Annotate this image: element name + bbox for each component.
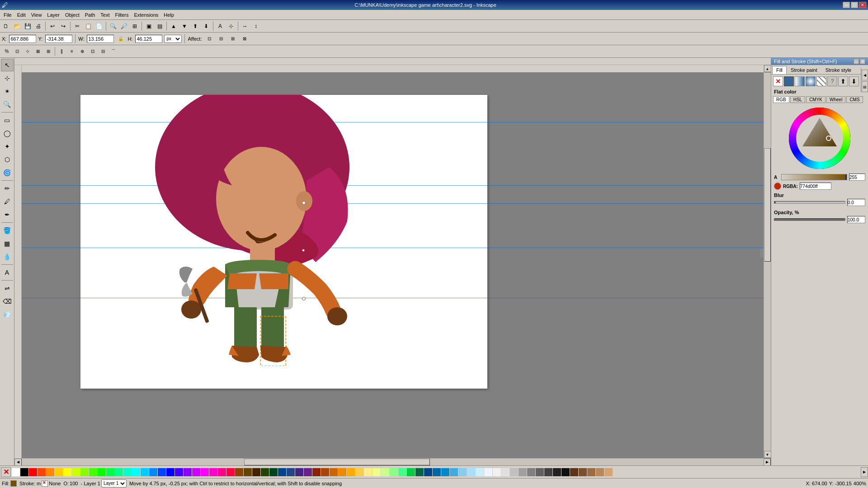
panel-close-btn[interactable]: ✕ bbox=[860, 59, 865, 64]
text-tool-tb[interactable]: A bbox=[215, 21, 225, 31]
palette-swatch[interactable] bbox=[201, 468, 209, 476]
palette-swatch[interactable] bbox=[304, 468, 312, 476]
palette-swatch[interactable] bbox=[527, 468, 535, 476]
palette-swatch[interactable] bbox=[561, 468, 570, 476]
menu-filters[interactable]: Filters bbox=[113, 11, 132, 19]
snap-node-button[interactable]: ⊹ bbox=[23, 47, 33, 56]
close-button[interactable]: ✕ bbox=[859, 2, 866, 8]
zoom-tool[interactable]: 🔍 bbox=[1, 98, 14, 111]
flip-v-button[interactable]: ↕ bbox=[251, 21, 261, 31]
palette-swatch[interactable] bbox=[89, 468, 97, 476]
x-input[interactable] bbox=[9, 35, 36, 43]
palette-swatch[interactable] bbox=[295, 468, 303, 476]
palette-swatch[interactable] bbox=[510, 468, 518, 476]
palette-swatch[interactable] bbox=[381, 468, 389, 476]
alpha-value-input[interactable] bbox=[849, 174, 865, 181]
palette-swatch[interactable] bbox=[184, 468, 192, 476]
palette-swatch[interactable] bbox=[63, 468, 71, 476]
palette-swatch[interactable] bbox=[38, 468, 46, 476]
zoom-fit-button[interactable]: ⊞ bbox=[130, 21, 140, 31]
palette-swatch[interactable] bbox=[373, 468, 381, 476]
gradient-tool[interactable]: ▦ bbox=[1, 237, 14, 250]
menu-text[interactable]: Text bbox=[98, 11, 112, 19]
copy-button[interactable]: 📋 bbox=[83, 21, 93, 31]
menu-path[interactable]: Path bbox=[82, 11, 98, 19]
no-color-swatch[interactable]: ✕ bbox=[1, 467, 11, 477]
palette-swatch[interactable] bbox=[338, 468, 346, 476]
node-tool-tb[interactable]: ⊹ bbox=[226, 21, 236, 31]
panel-minimize-btn[interactable]: — bbox=[854, 59, 859, 64]
snap-distribute-button[interactable]: ≡ bbox=[67, 47, 77, 56]
palette-swatch[interactable] bbox=[226, 468, 235, 476]
paint-server-button[interactable]: ⬆ bbox=[838, 76, 848, 86]
palette-swatch[interactable] bbox=[398, 468, 406, 476]
affect-geo-button[interactable]: ⊡ bbox=[204, 34, 214, 44]
palette-swatch[interactable] bbox=[115, 468, 123, 476]
swatch-button[interactable]: ? bbox=[827, 76, 837, 86]
undo-button[interactable]: ↩ bbox=[47, 21, 57, 31]
star-tool[interactable]: ✦ bbox=[1, 140, 14, 153]
unit-select[interactable]: px mm cm in bbox=[164, 35, 182, 43]
palette-swatch[interactable] bbox=[252, 468, 260, 476]
palette-swatch[interactable] bbox=[544, 468, 552, 476]
affect-filter-button[interactable]: ⊞ bbox=[228, 34, 238, 44]
affect-stroke-button[interactable]: ⊟ bbox=[216, 34, 226, 44]
palette-swatch[interactable] bbox=[476, 468, 484, 476]
palette-swatch[interactable] bbox=[415, 468, 424, 476]
palette-swatch[interactable] bbox=[458, 468, 467, 476]
palette-swatch[interactable] bbox=[484, 468, 492, 476]
spiral-tool[interactable]: 🌀 bbox=[1, 166, 14, 179]
palette-swatch[interactable] bbox=[501, 468, 509, 476]
select-tool[interactable]: ↖ bbox=[1, 59, 14, 71]
snap-enable-button[interactable]: % bbox=[2, 47, 12, 56]
palette-swatch[interactable] bbox=[12, 468, 20, 476]
vertical-scrollbar[interactable]: ▲ ▼ bbox=[764, 65, 771, 458]
blur-slider[interactable] bbox=[774, 201, 845, 204]
palette-swatch[interactable] bbox=[278, 468, 286, 476]
layer-select[interactable]: Layer 1 bbox=[101, 479, 127, 488]
lower-bottom-button[interactable]: ⬇ bbox=[201, 21, 211, 31]
palette-swatch[interactable] bbox=[519, 468, 527, 476]
menu-help[interactable]: Help bbox=[161, 11, 177, 19]
tab-hsl[interactable]: HSL bbox=[790, 96, 805, 103]
palette-swatch[interactable] bbox=[604, 468, 613, 476]
palette-swatch[interactable] bbox=[261, 468, 269, 476]
redo-button[interactable]: ↪ bbox=[58, 21, 68, 31]
print-button[interactable]: 🖨 bbox=[33, 21, 43, 31]
palette-swatch[interactable] bbox=[269, 468, 278, 476]
dropper-tool[interactable]: 💧 bbox=[1, 250, 14, 263]
palette-swatch[interactable] bbox=[347, 468, 355, 476]
palette-swatch[interactable] bbox=[106, 468, 114, 476]
snap-guide-button[interactable]: ⊠ bbox=[33, 47, 43, 56]
palette-swatch[interactable] bbox=[98, 468, 106, 476]
bucket-tool[interactable]: 🪣 bbox=[1, 224, 14, 237]
snap-smooth-button[interactable]: ⌒ bbox=[108, 47, 118, 56]
palette-swatch[interactable] bbox=[433, 468, 441, 476]
palette-swatch[interactable] bbox=[450, 468, 458, 476]
zoom-in-button[interactable]: 🔍 bbox=[108, 21, 118, 31]
no-paint-button[interactable]: ✕ bbox=[773, 76, 783, 86]
palette-swatch[interactable] bbox=[330, 468, 338, 476]
paste-button[interactable]: 📄 bbox=[94, 21, 104, 31]
lock-ratio-button[interactable]: 🔒 bbox=[116, 34, 126, 44]
snap-grid-button[interactable]: ⊞ bbox=[43, 47, 53, 56]
menu-object[interactable]: Object bbox=[62, 11, 82, 19]
palette-swatch[interactable] bbox=[20, 468, 28, 476]
rgba-value-input[interactable] bbox=[800, 183, 831, 190]
menu-extensions[interactable]: Extensions bbox=[131, 11, 161, 19]
calligraphy-tool[interactable]: ✒ bbox=[1, 208, 14, 221]
panel-snap-btn1[interactable]: ◀ bbox=[862, 70, 868, 80]
scroll-down-button[interactable]: ▼ bbox=[764, 451, 771, 458]
palette-swatch[interactable] bbox=[553, 468, 561, 476]
alpha-slider[interactable] bbox=[781, 174, 847, 180]
color-wheel[interactable] bbox=[788, 107, 851, 170]
eraser-tool[interactable]: ⌫ bbox=[1, 295, 14, 308]
node-tool[interactable]: ⊹ bbox=[1, 72, 14, 84]
palette-swatch[interactable] bbox=[467, 468, 475, 476]
tab-cms[interactable]: CMS bbox=[846, 96, 863, 103]
menu-layer[interactable]: Layer bbox=[44, 11, 62, 19]
rect-tool[interactable]: ▭ bbox=[1, 114, 14, 127]
palette-swatch[interactable] bbox=[218, 468, 226, 476]
palette-swatch[interactable] bbox=[72, 468, 80, 476]
palette-swatch[interactable] bbox=[235, 468, 243, 476]
